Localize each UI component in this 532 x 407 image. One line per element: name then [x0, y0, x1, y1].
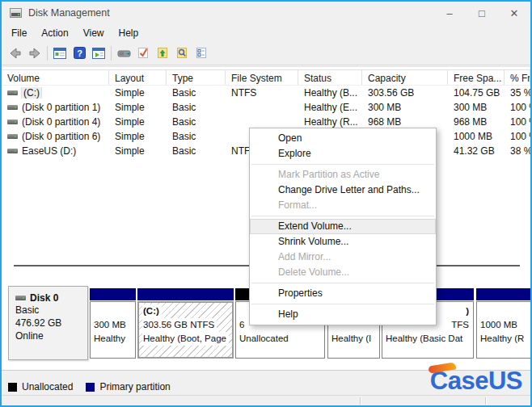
maximize-button[interactable]: □	[466, 2, 498, 24]
unallocated-swatch	[8, 383, 17, 392]
menu-action[interactable]: Action	[34, 26, 75, 40]
column-volume[interactable]: Volume	[2, 70, 109, 85]
action-pane-icon[interactable]	[89, 44, 108, 62]
cell-layout: Simple	[109, 102, 167, 113]
cell-capacity: 303.56 GB	[362, 87, 448, 99]
status-bar-divider	[485, 397, 486, 405]
column-free-space[interactable]: Free Spa...	[448, 70, 505, 85]
cell-type: Basic	[167, 102, 226, 113]
cell-pct-free: 100 %	[505, 131, 530, 142]
volume-name: (Disk 0 partition 6)	[22, 131, 100, 142]
folder-up-icon[interactable]	[153, 44, 172, 62]
toolbar-separator	[47, 46, 48, 61]
list-header: Volume Layout Type File System Status Ca…	[2, 69, 530, 86]
partition-label	[480, 304, 532, 318]
legend-unallocated: Unallocated	[8, 381, 73, 392]
volume-name: (Disk 0 partition 1)	[22, 102, 100, 113]
toolbar: ?	[2, 41, 530, 65]
volume-name: (C:)	[22, 87, 41, 99]
cell-pct-free: 100 %	[505, 102, 530, 113]
cell-capacity: 968 MB	[362, 116, 448, 128]
menu-item-format: Format...	[250, 198, 436, 213]
partition-status: Healthy (Boot, Page	[142, 332, 229, 346]
column-capacity[interactable]: Capacity	[362, 70, 448, 85]
cell-layout: Simple	[109, 116, 167, 128]
partition-block-c[interactable]: (C:) 303.56 GB NTFS Healthy (Boot, Page	[137, 288, 234, 359]
primary-partition-bar	[90, 288, 136, 300]
partition-label: (C:)	[142, 304, 162, 318]
partition-block[interactable]: 300 MB Healthy	[90, 288, 136, 359]
logo-text: aseUS	[448, 367, 522, 395]
partition-status: Healthy (Basic Dat	[386, 332, 473, 346]
title-bar: Disk Management – □ ✕	[2, 2, 530, 24]
cell-free-space: 41.32 GB	[448, 145, 505, 157]
check-document-icon[interactable]	[133, 44, 153, 62]
volume-icon	[7, 90, 18, 95]
cell-type: Basic	[167, 116, 226, 128]
task-list-icon[interactable]	[192, 44, 211, 62]
column-file-system[interactable]: File System	[226, 70, 298, 85]
cell-file-system: NTFS	[226, 87, 298, 99]
disk-0-panel[interactable]: Disk 0 Basic 476.92 GB Online	[8, 286, 88, 360]
volume-name: EaseUS (D:)	[22, 145, 76, 157]
svg-text:?: ?	[77, 48, 82, 58]
partition-block[interactable]: 1000 MB Healthy (R	[476, 288, 532, 359]
cell-status: Healthy (E...	[298, 102, 362, 113]
help-icon[interactable]: ?	[70, 44, 89, 62]
menu-item-shrink-volume[interactable]: Shrink Volume...	[250, 234, 436, 250]
folder-search-icon[interactable]	[172, 44, 192, 62]
cell-type: Basic	[167, 87, 226, 99]
column-layout[interactable]: Layout	[109, 70, 167, 85]
menu-item-extend-volume[interactable]: Extend Volume...	[250, 219, 436, 234]
cell-free-space: 968 MB	[448, 116, 505, 128]
console-tree-icon[interactable]	[50, 44, 70, 62]
column-type[interactable]: Type	[167, 70, 226, 85]
menu-item-help[interactable]: Help	[250, 307, 436, 322]
cell-pct-free: 35 %	[505, 87, 530, 99]
device-icon[interactable]	[114, 44, 133, 62]
cell-type: Basic	[167, 131, 226, 142]
disk-status: Online	[15, 329, 87, 342]
cell-free-space: 1000 MB	[448, 131, 505, 142]
partition-label	[94, 304, 135, 318]
column-pct-free[interactable]: % Free	[505, 70, 530, 85]
table-row[interactable]: (Disk 0 partition 1) Simple Basic Health…	[2, 100, 530, 115]
volume-icon	[7, 120, 18, 124]
partition-size: 300 MB	[94, 318, 135, 332]
disk-capacity: 476.92 GB	[15, 317, 87, 329]
primary-partition-bar	[137, 288, 234, 300]
menu-view[interactable]: View	[76, 26, 112, 40]
menu-file[interactable]: File	[4, 26, 34, 40]
cell-status: Healthy (B...	[298, 87, 362, 99]
forward-arrow-icon[interactable]	[25, 44, 44, 62]
partition-status: Unallocated	[239, 332, 324, 346]
menu-item-properties[interactable]: Properties	[250, 286, 436, 301]
menu-item-change-drive-letter[interactable]: Change Drive Letter and Paths...	[250, 183, 436, 198]
disk-management-window: Disk Management – □ ✕ File Action View H…	[0, 0, 532, 407]
status-bar-divider	[360, 397, 361, 405]
cell-free-space: 104.75 GB	[448, 87, 505, 99]
table-row[interactable]: (C:) Simple Basic NTFS Healthy (B... 303…	[2, 86, 530, 100]
cell-type: Basic	[167, 145, 226, 157]
menu-item-explore[interactable]: Explore	[250, 146, 436, 162]
menu-help[interactable]: Help	[112, 26, 146, 40]
menu-separator	[251, 164, 434, 165]
primary-partition-swatch	[86, 383, 95, 392]
cell-pct-free: 38 %	[505, 145, 530, 157]
legend-primary-partition: Primary partition	[86, 381, 170, 392]
menu-separator	[251, 304, 434, 304]
primary-partition-bar	[476, 288, 532, 300]
easeus-logo: CaseUS	[430, 363, 522, 398]
partition-size: 303.56 GB NTFS	[142, 318, 217, 332]
column-status[interactable]: Status	[298, 70, 362, 85]
volume-icon	[7, 149, 18, 153]
toolbar-separator	[111, 46, 112, 61]
volume-name: (Disk 0 partition 4)	[22, 116, 100, 128]
cell-layout: Simple	[109, 87, 167, 99]
close-button[interactable]: ✕	[498, 2, 530, 24]
menu-item-open[interactable]: Open	[250, 131, 436, 146]
volume-icon	[7, 105, 18, 110]
back-arrow-icon[interactable]	[6, 44, 25, 62]
minimize-button[interactable]: –	[433, 2, 466, 24]
partition-status: Healthy	[94, 332, 135, 346]
